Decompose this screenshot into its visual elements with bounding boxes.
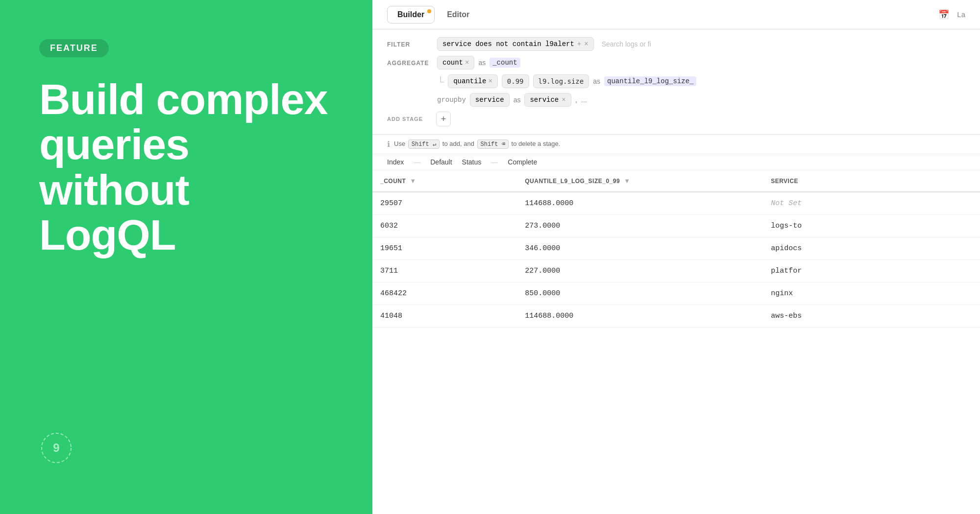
th-quantile-filter-icon[interactable]: ▼ xyxy=(624,177,630,185)
cell-service-3: platfor xyxy=(763,260,980,282)
groupby-spacer xyxy=(387,93,431,97)
left-panel: FEATURE Build complex queries without Lo… xyxy=(0,0,372,514)
quantile-chip-text: quantile xyxy=(453,77,486,85)
service-chip[interactable]: service xyxy=(470,93,510,107)
quantile-chip[interactable]: quantile × xyxy=(448,74,498,88)
cell-quantile-4: 850.0000 xyxy=(517,282,763,305)
index-label: Index xyxy=(387,158,404,166)
cell-quantile-2: 346.0000 xyxy=(517,237,763,260)
cell-service-5: aws-ebs xyxy=(763,305,980,327)
table-header-row: _COUNT ▼ QUANTILE_L9_LOG_SIZE_0_99 ▼ SER… xyxy=(372,170,980,192)
top-bar-right: 📅 La xyxy=(938,9,965,20)
quantile-content: └ quantile × 0.99 l9.log.size as quantil… xyxy=(437,74,965,88)
service-alias-x[interactable]: × xyxy=(562,96,565,104)
table-row: 468422850.0000nginx xyxy=(372,282,980,305)
filter-chip[interactable]: service does not contain l9alert + × xyxy=(437,37,594,51)
table-row: 6032273.0000logs-to xyxy=(372,215,980,237)
table-row: 19651346.0000apidocs xyxy=(372,237,980,260)
cell-service-4: nginx xyxy=(763,282,980,305)
table-row: 41048114688.0000aws-ebs xyxy=(372,305,980,327)
service-alias-chip[interactable]: service × xyxy=(524,93,571,107)
aggregate-content: count × as _count xyxy=(437,56,965,70)
count-chip-text: count xyxy=(442,59,463,67)
tab-editor-label: Editor xyxy=(447,10,469,19)
groupby-comma: , xyxy=(575,95,577,104)
count-alias: _count xyxy=(490,58,520,68)
th-service-label: SERVICE xyxy=(771,178,798,185)
cell-service-2: apidocs xyxy=(763,237,980,260)
hint-shift-back: Shift ⌫ xyxy=(477,140,509,149)
feature-badge-text: FEATURE xyxy=(50,43,98,53)
th-quantile[interactable]: QUANTILE_L9_LOG_SIZE_0_99 ▼ xyxy=(517,170,763,192)
service-as: as xyxy=(514,96,521,104)
th-count-label: _COUNT xyxy=(380,178,406,185)
badge-9-icon: 9 xyxy=(39,431,74,465)
status-bar: Index — Default Status — Complete xyxy=(372,154,980,170)
cell-service-1: logs-to xyxy=(763,215,980,237)
filter-chip-close[interactable]: × xyxy=(584,40,588,48)
hint-to-delete: to delete a stage. xyxy=(512,140,561,147)
query-builder: FILTER service does not contain l9alert … xyxy=(372,29,980,135)
hint-icon: ℹ xyxy=(387,140,390,149)
th-count[interactable]: _COUNT ▼ xyxy=(372,170,517,192)
count-chip[interactable]: count × xyxy=(437,56,474,70)
add-stage-label: ADD STAGE xyxy=(387,116,431,122)
tab-group: Builder Editor xyxy=(387,6,480,23)
cell-quantile-0: 114688.0000 xyxy=(517,192,763,215)
th-service[interactable]: SERVICE xyxy=(763,170,980,192)
groupby-row-outer: groupby service as service × , ... xyxy=(387,93,965,107)
index-sep: — xyxy=(414,158,420,166)
calendar-icon[interactable]: 📅 xyxy=(938,9,949,20)
add-stage-row: ADD STAGE + xyxy=(387,112,965,126)
cell-quantile-3: 227.0000 xyxy=(517,260,763,282)
hint-use: Use xyxy=(394,140,405,147)
right-panel: Builder Editor 📅 La FILTER service does … xyxy=(372,0,980,514)
filter-row: FILTER service does not contain l9alert … xyxy=(387,37,965,51)
cell-count-3: 3711 xyxy=(372,260,517,282)
title-line2: queries without xyxy=(39,120,189,213)
service-chip-text: service xyxy=(475,96,504,104)
filter-chip-x[interactable]: + xyxy=(577,40,581,48)
results-table-container: _COUNT ▼ QUANTILE_L9_LOG_SIZE_0_99 ▼ SER… xyxy=(372,170,980,514)
svg-text:9: 9 xyxy=(53,441,59,454)
cell-count-2: 19651 xyxy=(372,237,517,260)
add-stage-button[interactable]: + xyxy=(436,112,451,126)
status-sep: — xyxy=(491,158,498,166)
count-chip-x[interactable]: × xyxy=(465,59,469,67)
hint-shift-enter: Shift ↵ xyxy=(408,140,440,149)
index-value: Default xyxy=(430,158,452,166)
main-title: Build complex queries without LogQL xyxy=(39,77,333,258)
quantile-value: 0.99 xyxy=(502,74,529,88)
th-count-filter-icon[interactable]: ▼ xyxy=(410,177,416,185)
cell-count-4: 468422 xyxy=(372,282,517,305)
cell-count-0: 29507 xyxy=(372,192,517,215)
filter-chip-text: service does not contain l9alert xyxy=(442,40,574,48)
filter-search-placeholder[interactable]: Search logs or fi xyxy=(598,38,655,50)
quantile-as: as xyxy=(593,77,600,85)
groupby-ellipsis: ... xyxy=(581,96,587,104)
add-stage-plus: + xyxy=(441,114,446,124)
quantile-spacer xyxy=(387,74,431,78)
status-label: Status xyxy=(462,158,482,166)
hint-row: ℹ Use Shift ↵ to add, and Shift ⌫ to del… xyxy=(372,135,980,154)
title-line3: LogQL xyxy=(39,210,175,259)
tab-builder-label: Builder xyxy=(397,10,424,19)
top-bar: Builder Editor 📅 La xyxy=(372,0,980,29)
cell-count-1: 6032 xyxy=(372,215,517,237)
top-right-label: La xyxy=(957,10,965,19)
quantile-field: l9.log.size xyxy=(533,74,589,88)
connector-line: └ xyxy=(437,76,444,88)
table-body: 29507114688.0000Not Set6032273.0000logs-… xyxy=(372,192,980,327)
tab-builder[interactable]: Builder xyxy=(387,6,435,23)
tab-builder-dot xyxy=(427,9,431,13)
quantile-chip-x[interactable]: × xyxy=(488,77,492,85)
hint-text: Use Shift ↵ to add, and Shift ⌫ to delet… xyxy=(394,140,560,149)
aggregate-row: AGGREGATE count × as _count xyxy=(387,56,965,70)
cell-service-0: Not Set xyxy=(763,192,980,215)
title-line1: Build complex xyxy=(39,75,327,123)
tab-editor[interactable]: Editor xyxy=(437,6,480,23)
aggregate-label: AGGREGATE xyxy=(387,56,431,67)
service-alias-text: service xyxy=(530,96,559,104)
results-table: _COUNT ▼ QUANTILE_L9_LOG_SIZE_0_99 ▼ SER… xyxy=(372,170,980,327)
cell-quantile-5: 114688.0000 xyxy=(517,305,763,327)
